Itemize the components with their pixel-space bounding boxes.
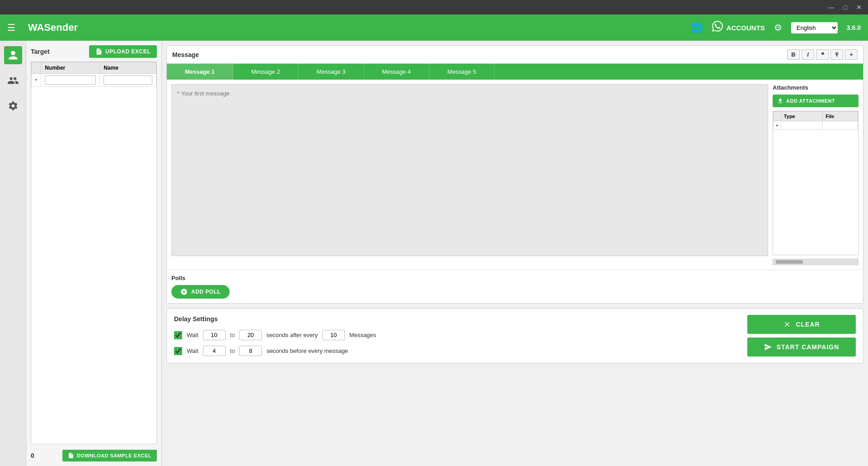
clear-button[interactable]: CLEAR: [747, 315, 856, 334]
attachment-icon: [777, 98, 783, 104]
delay-to-val-2[interactable]: [239, 346, 262, 356]
action-buttons: CLEAR START CAMPAIGN: [747, 315, 856, 357]
sidebar-item-groups[interactable]: [4, 71, 22, 90]
number-input[interactable]: [45, 76, 96, 85]
excel-download-icon: [68, 452, 74, 459]
attach-file-cell: [823, 121, 858, 130]
polls-title: Polls: [171, 275, 859, 281]
add-format-button[interactable]: +: [845, 49, 858, 60]
delay-to-2: to: [230, 347, 235, 354]
attach-col-dot: [774, 112, 781, 121]
delay-wait-1: Wait: [187, 332, 198, 338]
attach-col-file: File: [823, 112, 858, 121]
version-label: 3.6.0: [847, 24, 861, 31]
delay-title: Delay Settings: [174, 315, 738, 323]
download-sample-button[interactable]: DOWNLOAD SAMPLE EXCEL: [62, 450, 157, 461]
delay-to-1: to: [230, 332, 235, 338]
message-body: Attachments ADD ATTACHMENT Type: [167, 80, 863, 270]
main-header: ☰ WASender 🌐 ACCOUNTS ⚙ English Spanish …: [0, 14, 868, 41]
sidebar-item-settings[interactable]: [4, 97, 22, 115]
table-col-dot: [32, 62, 41, 74]
delay-row-2: Wait to seconds before every message: [174, 346, 738, 356]
polls-section: Polls ADD POLL: [167, 270, 863, 303]
count-label: 0: [31, 452, 34, 459]
left-panel-footer: 0 DOWNLOAD SAMPLE EXCEL: [31, 448, 157, 461]
globe-icon: 🌐: [691, 22, 703, 33]
sidebar: [0, 41, 26, 466]
delay-from-1[interactable]: [203, 330, 226, 340]
close-button[interactable]: ✕: [854, 3, 864, 12]
table-row: •: [32, 74, 156, 87]
attachments-scrollbar[interactable]: [773, 259, 859, 265]
add-poll-icon: [180, 288, 188, 295]
maximize-button[interactable]: □: [841, 3, 850, 12]
name-input[interactable]: [104, 76, 152, 85]
attachments-table-container: Type File •: [773, 111, 859, 255]
attachments-title: Attachments: [773, 84, 859, 91]
tab-message-5[interactable]: Message 5: [429, 64, 495, 80]
start-campaign-icon: [764, 343, 772, 351]
add-poll-button[interactable]: ADD POLL: [171, 285, 230, 299]
attachments-table: Type File •: [773, 111, 858, 130]
delay-checkbox-1[interactable]: [174, 331, 182, 339]
delay-suffix-1: seconds after every: [266, 332, 317, 338]
excel-icon: [95, 48, 103, 55]
table-col-name: Name: [100, 62, 156, 74]
table-col-number: Number: [41, 62, 100, 74]
delay-row-1: Wait to seconds after every Messages: [174, 330, 738, 340]
tools-icon[interactable]: ⚙: [774, 22, 782, 33]
message-textarea[interactable]: [171, 84, 768, 256]
target-label: Target: [31, 48, 50, 55]
clear-icon: [783, 320, 791, 328]
delay-to-val-1[interactable]: [239, 330, 262, 340]
bold-button[interactable]: B: [787, 49, 800, 60]
message-panel-header: Message B I ❝ T +: [167, 46, 863, 64]
start-campaign-button[interactable]: START CAMPAIGN: [747, 338, 856, 357]
italic-button[interactable]: I: [802, 49, 814, 60]
main-layout: Target UPLOAD EXCEL Number Name: [0, 41, 868, 466]
delay-checkbox-2[interactable]: [174, 347, 182, 355]
attach-row-dot: •: [774, 121, 781, 130]
row-dot: •: [32, 74, 41, 87]
titlebar: — □ ✕: [0, 0, 868, 14]
name-cell[interactable]: [100, 74, 156, 87]
message-toolbar: B I ❝ T +: [787, 49, 858, 60]
message-panel-title: Message: [172, 51, 199, 58]
app-title: WASender: [28, 22, 682, 33]
number-cell[interactable]: [41, 74, 100, 87]
scrollbar-thumb[interactable]: [776, 260, 803, 264]
quote-button[interactable]: ❝: [816, 49, 829, 60]
target-table-container: Number Name •: [31, 62, 157, 444]
accounts-button[interactable]: ACCOUNTS: [712, 21, 765, 34]
tab-message-2[interactable]: Message 2: [233, 64, 299, 80]
message-tabs: Message 1 Message 2 Message 3 Message 4 …: [167, 64, 863, 80]
delay-content: Delay Settings Wait to seconds after eve…: [174, 315, 738, 356]
upload-excel-button[interactable]: UPLOAD EXCEL: [89, 45, 157, 58]
delay-wait-2: Wait: [187, 347, 198, 354]
language-select[interactable]: English Spanish French German Portuguese: [791, 22, 838, 33]
strikethrough-button[interactable]: T: [830, 49, 843, 60]
right-content: Message B I ❝ T + Message 1 Message 2: [162, 41, 868, 466]
message-panel: Message B I ❝ T + Message 1 Message 2: [166, 45, 863, 304]
target-table: Number Name •: [31, 62, 156, 87]
add-attachment-button[interactable]: ADD ATTACHMENT: [773, 95, 859, 107]
attachments-panel: Attachments ADD ATTACHMENT Type: [773, 84, 859, 265]
delay-panel: Delay Settings Wait to seconds after eve…: [166, 308, 863, 363]
tab-message-3[interactable]: Message 3: [298, 64, 364, 80]
attach-type-cell: [781, 121, 822, 130]
delay-from-2[interactable]: [203, 346, 226, 356]
accounts-label: ACCOUNTS: [726, 24, 765, 32]
sidebar-item-user[interactable]: [4, 46, 22, 64]
tab-message-1[interactable]: Message 1: [167, 64, 233, 80]
minimize-button[interactable]: —: [826, 3, 837, 12]
message-textarea-container: [171, 84, 768, 265]
attachment-row: •: [774, 121, 858, 130]
left-panel: Target UPLOAD EXCEL Number Name: [26, 41, 162, 466]
left-panel-header: Target UPLOAD EXCEL: [31, 45, 157, 58]
delay-every-1[interactable]: [322, 330, 345, 340]
whatsapp-icon: [712, 21, 723, 34]
delay-messages-1: Messages: [349, 332, 376, 338]
attach-col-type: Type: [781, 112, 822, 121]
tab-message-4[interactable]: Message 4: [364, 64, 429, 80]
menu-icon[interactable]: ☰: [7, 22, 15, 33]
